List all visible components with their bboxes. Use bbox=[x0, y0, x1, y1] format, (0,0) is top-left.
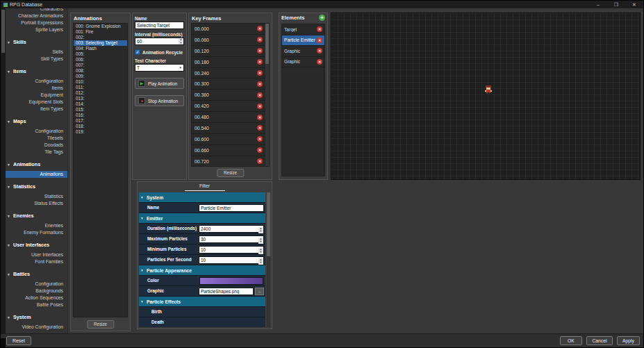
property-row[interactable]: ▾ Birth ▲ ▼ bbox=[139, 307, 265, 317]
sidebar-item[interactable]: ▾ User Interfaces bbox=[6, 251, 67, 258]
animation-list-item[interactable]: 007: bbox=[74, 63, 127, 68]
property-row[interactable]: ▾ Death ▲ ▼ bbox=[139, 317, 265, 327]
animation-list-item[interactable]: 011: bbox=[74, 85, 127, 90]
keyframe-row[interactable]: 00.300 ✕ bbox=[192, 78, 269, 90]
sidebar-item[interactable]: ▾ Backgrounds bbox=[6, 288, 67, 295]
sidebar-item[interactable]: ▾ Items bbox=[6, 67, 67, 76]
sidebar-item[interactable]: ▾ Maps bbox=[6, 117, 67, 126]
value-spinner[interactable]: ▲ ▼ bbox=[258, 248, 263, 254]
element-row[interactable]: Target ✕ bbox=[282, 24, 324, 35]
spin-down-icon[interactable]: ▼ bbox=[179, 42, 183, 44]
sidebar-item[interactable]: ▾ Skill Types bbox=[6, 56, 67, 63]
property-row[interactable]: ▾ Particle Appearance ▲ ▼ bbox=[139, 265, 265, 276]
property-grid-scrollbar[interactable] bbox=[267, 192, 270, 327]
animation-recycle-checkbox-row[interactable]: ✓ Animation Recycle bbox=[133, 45, 186, 56]
delete-keyframe-icon[interactable]: ✕ bbox=[257, 136, 263, 142]
animation-list-item[interactable]: 018: bbox=[74, 124, 127, 129]
stop-animation-button[interactable]: ■ Stop Animation bbox=[135, 95, 184, 106]
sidebar-item[interactable]: ▾ Video Configuration bbox=[6, 324, 67, 331]
delete-keyframe-icon[interactable]: ✕ bbox=[257, 26, 263, 31]
sidebar-item[interactable]: ▾ Battle Poses bbox=[6, 301, 67, 308]
left-scrollbar-thumb[interactable] bbox=[1, 10, 5, 53]
property-row[interactable]: ▾ Graphic ▲ ▼ ... bbox=[139, 286, 265, 297]
animations-resize-button[interactable]: Resize bbox=[87, 320, 114, 329]
filter-input[interactable]: Filter bbox=[185, 183, 225, 191]
property-value-input[interactable] bbox=[199, 256, 264, 264]
keyframe-row[interactable]: 00.660 ✕ bbox=[192, 145, 269, 156]
property-value-input[interactable] bbox=[199, 288, 254, 295]
element-row[interactable]: Particle Emitter ✕ bbox=[282, 35, 324, 47]
sidebar-item[interactable]: ▾ Statistics bbox=[6, 193, 67, 200]
maximize-button[interactable]: ❐ bbox=[607, 1, 625, 8]
sidebar-item[interactable]: ▾ Enemies bbox=[6, 212, 67, 220]
animation-list-item[interactable]: 006: bbox=[74, 57, 127, 63]
test-character-select[interactable]: T ▼ bbox=[135, 64, 184, 72]
keyframe-row[interactable]: 00.240 ✕ bbox=[192, 68, 269, 79]
keyframe-row[interactable]: 00.120 ✕ bbox=[192, 46, 269, 57]
keyframes-scrollbar[interactable] bbox=[265, 24, 269, 166]
sidebar-item[interactable]: ▾ Doodads bbox=[6, 142, 67, 149]
animation-list-item[interactable]: 000: Gnome Explosion bbox=[74, 24, 127, 29]
sidebar-item[interactable]: ▾ Items bbox=[6, 85, 67, 92]
keyframe-row[interactable]: 00.480 ✕ bbox=[192, 112, 269, 123]
animation-list-item[interactable]: 008: bbox=[74, 68, 127, 74]
sidebar-item[interactable]: ▾ Tilesets bbox=[6, 135, 67, 142]
animation-list-item[interactable]: 017: bbox=[74, 118, 127, 124]
keyframe-row[interactable]: 00.000 ✕ bbox=[192, 24, 269, 35]
delete-keyframe-icon[interactable]: ✕ bbox=[257, 59, 263, 65]
keyframe-row[interactable]: 00.720 ✕ bbox=[192, 156, 269, 167]
value-spinner[interactable]: ▲ ▼ bbox=[258, 258, 263, 265]
keyframes-scrollbar-thumb[interactable] bbox=[265, 24, 269, 64]
property-row[interactable]: ▾ Maximum Particles ▲ ▼ bbox=[139, 234, 265, 245]
apply-button[interactable]: Apply bbox=[617, 336, 640, 345]
animation-preview-canvas[interactable] bbox=[331, 13, 641, 180]
delete-keyframe-icon[interactable]: ✕ bbox=[257, 125, 263, 131]
sidebar-item[interactable]: ▾ Configuration bbox=[6, 78, 67, 85]
property-grid-scrollbar-thumb[interactable] bbox=[267, 192, 270, 256]
browse-button[interactable]: ... bbox=[255, 288, 264, 295]
animation-list-item[interactable]: 012: bbox=[74, 90, 127, 96]
sidebar-item[interactable]: ▾ Font Families bbox=[6, 258, 67, 265]
spin-down-icon[interactable]: ▼ bbox=[258, 240, 263, 243]
delete-keyframe-icon[interactable]: ✕ bbox=[257, 147, 263, 153]
sidebar-item[interactable]: ▾ User Interfaces bbox=[6, 241, 67, 249]
sidebar-item[interactable]: ▾ Tile Tags bbox=[6, 149, 67, 156]
delete-keyframe-icon[interactable]: ✕ bbox=[257, 103, 263, 109]
delete-element-icon[interactable]: ✕ bbox=[317, 59, 322, 65]
property-row[interactable]: ▾ Color ▲ ▼ bbox=[139, 276, 265, 286]
animation-list-item[interactable]: 015: bbox=[74, 107, 127, 113]
reset-button[interactable]: Reset bbox=[6, 336, 31, 345]
animation-list-item[interactable]: 010: bbox=[74, 79, 127, 85]
property-row[interactable]: ▾ Particle Effects ▲ ▼ bbox=[139, 297, 265, 307]
delete-element-icon[interactable]: ✕ bbox=[317, 48, 322, 53]
sidebar-item[interactable]: ▾ Equipment Slots bbox=[6, 99, 67, 106]
animation-list-item[interactable]: 014: bbox=[74, 101, 127, 107]
value-spinner[interactable]: ▲ ▼ bbox=[258, 238, 263, 244]
sidebar-item[interactable]: ▾ Status Effects bbox=[6, 200, 67, 207]
delete-keyframe-icon[interactable]: ✕ bbox=[257, 48, 263, 53]
animation-list-item[interactable]: 004: Flash bbox=[74, 46, 127, 51]
keyframe-row[interactable]: 00.360 ✕ bbox=[192, 90, 269, 101]
spin-down-icon[interactable]: ▼ bbox=[258, 261, 263, 264]
interval-spinner[interactable]: ▲ ▼ bbox=[179, 38, 183, 44]
left-scrollbar[interactable] bbox=[1, 8, 6, 335]
sidebar-item[interactable]: ▾ Animations bbox=[6, 171, 67, 178]
element-row[interactable]: Graphic ✕ bbox=[282, 46, 324, 57]
ok-button[interactable]: OK bbox=[560, 336, 582, 345]
checkbox-check-icon[interactable]: ✓ bbox=[135, 49, 140, 55]
element-row[interactable]: Graphic ✕ bbox=[282, 57, 324, 68]
property-value-input[interactable] bbox=[199, 235, 264, 243]
sidebar-item[interactable]: ▾ Portrait Expressions bbox=[6, 19, 67, 26]
close-button[interactable]: ✕ bbox=[625, 1, 643, 8]
keyframe-row[interactable]: 00.420 ✕ bbox=[192, 101, 269, 112]
keyframes-resize-button[interactable]: Resize bbox=[217, 169, 244, 177]
keyframe-row[interactable]: 00.180 ✕ bbox=[192, 57, 269, 68]
sidebar-item[interactable]: ▾ System bbox=[6, 313, 67, 322]
play-animation-button[interactable]: ▶ Play Animation bbox=[135, 78, 184, 89]
sidebar-item[interactable]: ▾ Configuration bbox=[6, 281, 67, 288]
animation-list-item[interactable]: 013: bbox=[74, 96, 127, 101]
property-row[interactable]: ▾ Duration (milliseconds) ▲ ▼ bbox=[139, 224, 265, 234]
property-value-input[interactable] bbox=[199, 204, 264, 212]
animation-list-item[interactable]: 019: bbox=[74, 129, 127, 135]
sidebar-item[interactable]: ▾ Configuration bbox=[6, 128, 67, 135]
